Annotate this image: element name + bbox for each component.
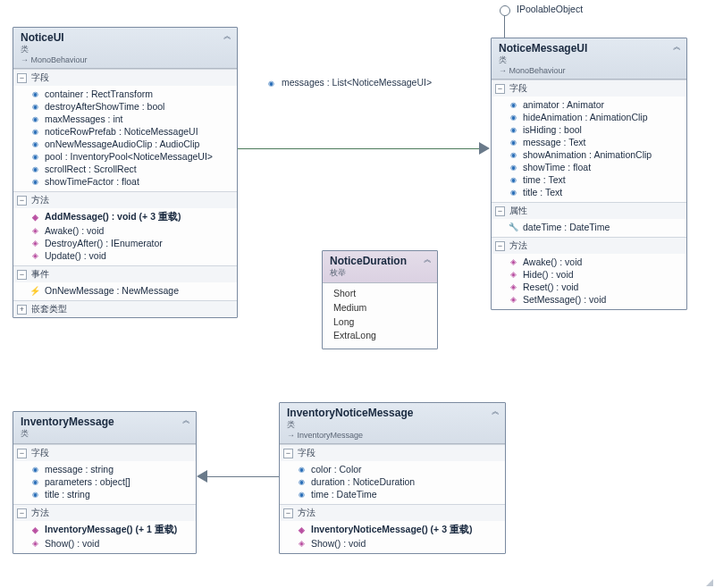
member-item[interactable]: Awake() : void	[492, 256, 686, 268]
collapse-icon[interactable]: ︽	[492, 406, 500, 417]
field-icon	[29, 101, 40, 112]
collapse-icon[interactable]: ︽	[424, 254, 432, 265]
fields-list: animator : AnimatorhideAnimation : Anima…	[492, 97, 686, 202]
member-item[interactable]: InventoryMessage() (+ 1 重载)	[13, 523, 196, 537]
section-fields[interactable]: −字段	[13, 445, 196, 461]
member-item[interactable]: Reset() : void	[492, 281, 686, 293]
lollipop-stem	[504, 16, 505, 38]
toggle-icon[interactable]: −	[17, 270, 27, 280]
toggle-icon[interactable]: −	[283, 449, 293, 458]
class-inventorynoticemessage[interactable]: InventoryNoticeMessage 类 InventoryMessag…	[279, 402, 506, 554]
member-item[interactable]: showAnimation : AnimationClip	[492, 148, 686, 161]
section-fields[interactable]: −字段	[492, 80, 686, 97]
class-noticeui[interactable]: NoticeUI 类 MonoBehaviour ︽ −字段 container…	[13, 27, 238, 318]
class-name: NoticeUI	[21, 31, 231, 44]
member-item[interactable]: duration : NoticeDuration	[280, 475, 505, 488]
member-item[interactable]: scrollRect : ScrollRect	[13, 163, 237, 175]
field-icon	[508, 174, 518, 185]
member-item[interactable]: destroyAfterShowTime : bool	[13, 100, 237, 113]
toggle-icon[interactable]: −	[495, 206, 505, 216]
member-item[interactable]: parameters : object[]	[13, 475, 196, 488]
member-item[interactable]: time : DateTime	[280, 488, 505, 500]
method-icon	[508, 294, 518, 305]
section-fields[interactable]: −字段	[280, 445, 505, 461]
member-item[interactable]: Awake() : void	[13, 224, 237, 237]
member-item[interactable]: message : Text	[492, 136, 686, 148]
member-item[interactable]: message : string	[13, 463, 196, 475]
section-nested[interactable]: +嵌套类型	[13, 301, 237, 317]
collapse-icon[interactable]: ︽	[182, 415, 190, 426]
member-item[interactable]: title : Text	[492, 186, 686, 198]
member-item[interactable]: color : Color	[280, 463, 505, 475]
class-noticemessageui[interactable]: NoticeMessageUI 类 MonoBehaviour ︽ −字段 an…	[491, 38, 687, 310]
toggle-icon[interactable]: +	[17, 305, 27, 315]
toggle-icon[interactable]: −	[17, 449, 27, 458]
class-kind: 类	[287, 419, 500, 431]
toggle-icon[interactable]: −	[17, 508, 27, 518]
method-icon	[29, 238, 40, 248]
member-item[interactable]: pool : InventoryPool<NoticeMessageUI>	[13, 150, 237, 163]
class-header[interactable]: InventoryMessage 类 ︽	[13, 412, 196, 444]
member-item[interactable]: Hide() : void	[492, 268, 686, 281]
enum-values: ShortMediumLongExtraLong	[323, 283, 437, 349]
field-icon	[29, 164, 40, 174]
toggle-icon[interactable]: −	[17, 73, 27, 83]
class-inventorymessage[interactable]: InventoryMessage 类 ︽ −字段 message : strin…	[13, 411, 197, 554]
section-props[interactable]: −属性	[492, 203, 686, 219]
member-item[interactable]: Show() : void	[280, 537, 505, 550]
section-methods[interactable]: −方法	[13, 192, 237, 208]
member-item[interactable]: OnNewMessage : NewMessage	[13, 284, 237, 297]
collapse-icon[interactable]: ︽	[673, 41, 681, 53]
lollipop-ipoolable	[500, 5, 510, 16]
section-methods[interactable]: −方法	[492, 238, 686, 254]
member-item[interactable]: showTime : float	[492, 161, 686, 173]
class-header[interactable]: InventoryNoticeMessage 类 InventoryMessag…	[280, 403, 505, 444]
member-item[interactable]: onNewMessageAudioClip : AudioClip	[13, 138, 237, 150]
class-header[interactable]: NoticeDuration 枚举 ︽	[323, 251, 437, 283]
section-events[interactable]: −事件	[13, 266, 237, 282]
methods-list: Awake() : voidHide() : voidReset() : voi…	[492, 254, 686, 309]
field-icon	[29, 476, 40, 487]
member-item[interactable]: AddMessage() : void (+ 3 重载)	[13, 210, 237, 224]
member-item[interactable]: isHiding : bool	[492, 123, 686, 136]
toggle-icon[interactable]: −	[495, 84, 505, 94]
section-methods[interactable]: −方法	[13, 505, 196, 521]
assoc-line	[238, 148, 481, 149]
member-item[interactable]: dateTime : DateTime	[492, 221, 686, 233]
member-item[interactable]: time : Text	[492, 173, 686, 186]
assoc-arrow	[481, 143, 490, 154]
field-icon	[296, 464, 307, 475]
field-icon	[508, 124, 518, 135]
member-item[interactable]: showTimeFactor : float	[13, 175, 237, 188]
member-item[interactable]: noticeRowPrefab : NoticeMessageUI	[13, 125, 237, 138]
toggle-icon[interactable]: −	[495, 241, 505, 251]
section-methods[interactable]: −方法	[280, 505, 505, 521]
class-kind: 类	[21, 44, 231, 55]
field-icon	[268, 77, 279, 88]
class-inherit: MonoBehaviour	[21, 55, 231, 64]
collapse-icon[interactable]: ︽	[223, 30, 231, 42]
class-header[interactable]: NoticeUI 类 MonoBehaviour ︽	[13, 28, 237, 69]
field-icon	[296, 489, 307, 500]
member-item[interactable]: container : RectTransform	[13, 88, 237, 100]
field-icon	[29, 139, 40, 149]
event-icon	[29, 285, 40, 296]
member-item[interactable]: InventoryNoticeMessage() (+ 3 重载)	[280, 523, 505, 537]
member-item[interactable]: title : string	[13, 488, 196, 500]
member-item[interactable]: SetMessage() : void	[492, 293, 686, 306]
member-item[interactable]: animator : Animator	[492, 98, 686, 111]
field-icon	[29, 88, 40, 99]
member-item[interactable]: Update() : void	[13, 249, 237, 262]
member-item[interactable]: DestroyAfter() : IEnumerator	[13, 237, 237, 249]
section-fields[interactable]: −字段	[13, 70, 237, 86]
inherit-arrow	[197, 471, 206, 482]
field-icon	[508, 162, 518, 172]
member-item[interactable]: hideAnimation : AnimationClip	[492, 111, 686, 123]
member-item[interactable]: maxMessages : int	[13, 113, 237, 125]
class-header[interactable]: NoticeMessageUI 类 MonoBehaviour ︽	[492, 38, 686, 80]
enum-noticeduration[interactable]: NoticeDuration 枚举 ︽ ShortMediumLongExtra…	[322, 250, 438, 349]
toggle-icon[interactable]: −	[283, 508, 293, 518]
member-item[interactable]: Show() : void	[13, 537, 196, 550]
toggle-icon[interactable]: −	[17, 196, 27, 206]
method-icon	[29, 225, 40, 236]
